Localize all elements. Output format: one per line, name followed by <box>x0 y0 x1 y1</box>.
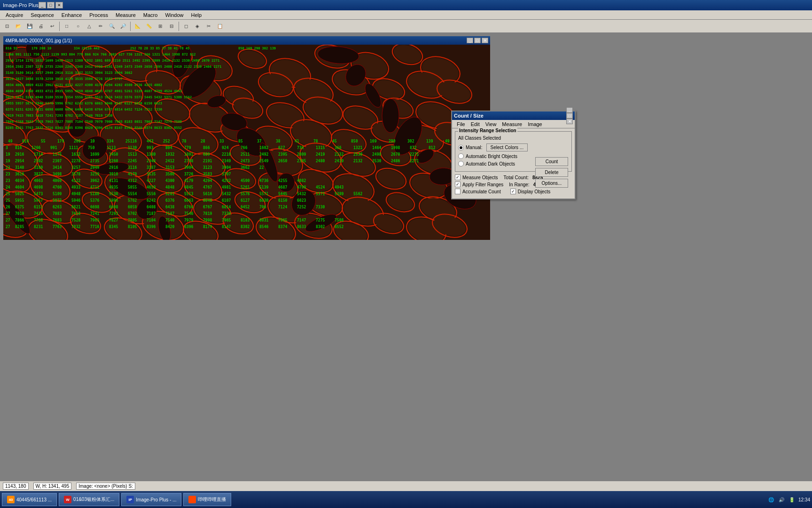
menu-window[interactable]: Window <box>161 11 187 19</box>
taskbar-item-1[interactable]: W 01&03银粉体系汇... <box>59 493 119 506</box>
auto-bright-label: Automatic Bright Objects <box>466 154 517 159</box>
sep-3 <box>179 22 179 31</box>
tool-zoom-out[interactable]: 🔎 <box>118 21 128 32</box>
image-window-controls: _ □ ✕ <box>467 38 488 43</box>
options-button[interactable]: Options... <box>535 179 568 188</box>
menu-acquire[interactable]: Acquire <box>2 11 27 19</box>
tool-lut[interactable]: ◻ <box>181 21 191 32</box>
dlg-minimize-btn[interactable]: _ <box>566 107 573 113</box>
taskbar-icon-2: IP <box>126 496 134 503</box>
count-dialog-menubar: File Edit View Measure Image <box>452 120 575 128</box>
sys-icon-battery[interactable]: 🔋 <box>788 496 796 503</box>
tool-ruler[interactable]: 📏 <box>144 21 154 32</box>
intensity-legend: Intensity Range Selection <box>458 128 517 133</box>
tool-open[interactable]: 📂 <box>13 21 23 32</box>
img-maximize-btn[interactable]: □ <box>474 38 481 43</box>
taskbar-start-icon: 40 <box>7 496 15 503</box>
menu-measure[interactable]: Measure <box>112 11 140 19</box>
taskbar-item-3[interactable]: 哔哩哔哩直播 <box>183 493 231 506</box>
dialog-action-buttons: Count Delete Options... <box>535 157 568 188</box>
dlg-menu-file[interactable]: File <box>454 121 468 127</box>
taskbar-start[interactable]: 40 40445/661113 ... <box>2 493 57 506</box>
window-controls: _ □ ✕ <box>39 2 63 8</box>
close-btn[interactable]: ✕ <box>55 2 63 8</box>
display-objects-checkbox[interactable] <box>510 189 516 194</box>
manual-radio-row: Manual: Select Colors ... <box>458 143 569 151</box>
image-window-title: 4MPA-MID-2000X_001.jpg (1/1) <box>5 38 467 43</box>
taskbar-label-2: Image-Pro Plus - ... <box>136 497 176 502</box>
tool-measure[interactable]: 📐 <box>133 21 143 32</box>
img-minimize-btn[interactable]: _ <box>467 38 473 43</box>
tool-save[interactable]: 💾 <box>24 21 35 32</box>
tool-count[interactable]: ⊞ <box>155 21 165 32</box>
img-close-btn[interactable]: ✕ <box>482 38 488 43</box>
all-classes-text: All Classes Selected <box>458 135 569 141</box>
auto-bright-radio[interactable] <box>458 153 464 159</box>
dlg-maximize-btn[interactable]: □ <box>566 113 573 119</box>
menu-macro[interactable]: Macro <box>140 11 162 19</box>
dlg-menu-edit[interactable]: Edit <box>468 121 483 127</box>
image-info-display: Image: <none> (Pixels) S: <box>76 483 135 490</box>
dlg-menu-measure[interactable]: Measure <box>499 121 525 127</box>
in-range-label: In Range: <box>509 182 529 187</box>
accumulate-count-checkbox[interactable] <box>455 189 461 194</box>
auto-dark-radio[interactable] <box>458 161 464 167</box>
dimensions-display: W, H: 1341, 495 <box>33 483 72 490</box>
menu-help[interactable]: Help <box>187 11 206 19</box>
dlg-close-btn[interactable]: ✕ <box>566 119 573 124</box>
microscopy-image <box>3 45 490 240</box>
dlg-menu-view[interactable]: View <box>483 121 500 127</box>
minimize-btn[interactable]: _ <box>39 2 46 8</box>
app-title: Image-Pro Plus <box>3 2 39 8</box>
manual-radio[interactable] <box>458 145 464 151</box>
menu-process[interactable]: Process <box>86 11 112 19</box>
measure-objects-checkbox[interactable] <box>455 175 461 180</box>
tool-draw[interactable]: ✏ <box>95 21 106 32</box>
taskbar-start-label: 40445/661113 ... <box>16 497 52 502</box>
menu-enhance[interactable]: Enhance <box>58 11 86 19</box>
count-dialog-controls: _ □ ✕ <box>566 107 573 124</box>
total-count-label: Total Count: <box>504 175 529 180</box>
title-bar: Image-Pro Plus _ □ ✕ <box>0 0 812 10</box>
apply-filter-checkbox[interactable] <box>455 182 461 187</box>
sep-1 <box>59 22 60 31</box>
image-window-titlebar: 4MPA-MID-2000X_001.jpg (1/1) _ □ ✕ <box>3 36 490 45</box>
count-dialog-body: Intensity Range Selection All Classes Se… <box>452 128 575 198</box>
toolbar: ⊡ 📂 💾 🖨 ↩ □ ○ △ ✏ 🔍 🔎 📐 📏 ⊞ ⊟ ◻ ◈ ✂ 📋 <box>0 20 812 33</box>
tool-calibrate[interactable]: ⊟ <box>166 21 177 32</box>
menu-sequence[interactable]: Sequence <box>27 11 58 19</box>
manual-label: Manual: <box>466 145 483 150</box>
tool-undo[interactable]: ↩ <box>47 21 57 32</box>
tool-poly[interactable]: △ <box>84 21 94 32</box>
apply-filter-label: Apply Filter Ranges <box>462 182 503 187</box>
maximize-btn[interactable]: □ <box>47 2 55 8</box>
sys-icon-network[interactable]: 🌐 <box>767 496 775 503</box>
dlg-menu-image[interactable]: Image <box>525 121 545 127</box>
tool-ellipse[interactable]: ○ <box>73 21 83 32</box>
status-bar: 1143, 180 W, H: 1341, 495 Image: <none> … <box>0 481 812 491</box>
delete-button[interactable]: Delete <box>535 168 568 177</box>
tool-zoom-in[interactable]: 🔍 <box>107 21 117 32</box>
tool-paste[interactable]: 📋 <box>215 21 225 32</box>
sys-icon-volume[interactable]: 🔊 <box>778 496 785 503</box>
taskbar: 40 40445/661113 ... W 01&03银粉体系汇... IP I… <box>0 491 812 508</box>
tool-rect[interactable]: □ <box>62 21 72 32</box>
taskbar-label-1: 01&03银粉体系汇... <box>73 496 114 503</box>
image-content <box>3 45 490 240</box>
accumulate-count-label: Accumulate Count <box>462 189 501 194</box>
tool-new[interactable]: ⊡ <box>2 21 12 32</box>
tool-cut[interactable]: ✂ <box>203 21 214 32</box>
accumulate-display-row: Accumulate Count Display Objects <box>455 189 572 194</box>
image-window: 4MPA-MID-2000X_001.jpg (1/1) _ □ ✕ <box>2 35 491 240</box>
taskbar-item-2[interactable]: IP Image-Pro Plus - ... <box>121 493 181 506</box>
tool-print[interactable]: 🖨 <box>36 21 46 32</box>
coords-display: 1143, 180 <box>3 483 29 490</box>
count-button[interactable]: Count <box>535 157 568 166</box>
taskbar-icon-1: W <box>64 496 71 503</box>
workspace: 4MPA-MID-2000X_001.jpg (1/1) _ □ ✕ Count… <box>0 33 812 508</box>
tool-contrast[interactable]: ◈ <box>192 21 203 32</box>
measure-objects-label: Measure Objects <box>462 175 498 180</box>
menu-bar: Acquire Sequence Enhance Process Measure… <box>0 10 812 20</box>
taskbar-label-3: 哔哩哔哩直播 <box>198 496 226 503</box>
select-colors-button[interactable]: Select Colors ... <box>486 143 528 151</box>
